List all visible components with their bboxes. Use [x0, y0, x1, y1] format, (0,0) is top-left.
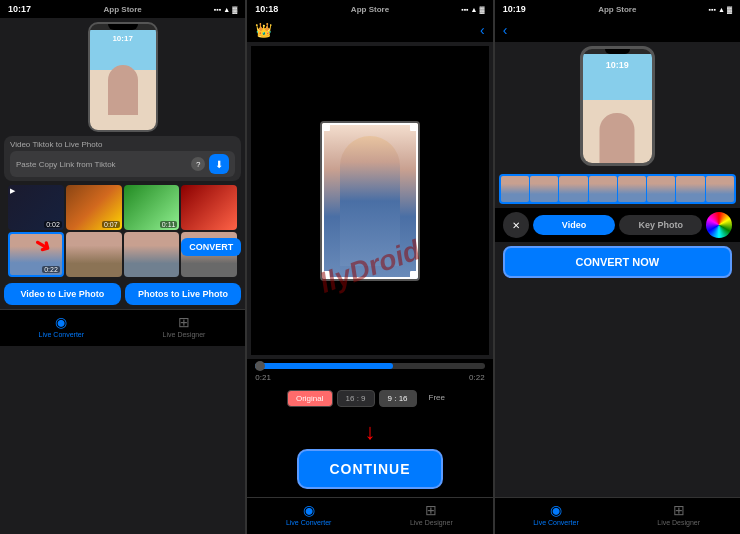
live-converter-icon-3: ◉ — [550, 502, 562, 518]
ratio-original[interactable]: Original — [287, 390, 333, 407]
bottom-buttons-area: Video to Live Photo Photos to Live Photo — [4, 283, 241, 305]
video-icon-1: ▶ — [10, 187, 15, 195]
timeline-area: 0:21 0:22 — [247, 359, 492, 386]
status-bar-2: 10:18 App Store ▪▪▪ ▲ ▓ — [247, 0, 492, 18]
form-input-row[interactable]: Paste Copy Link from Tiktok ? ⬇ — [10, 151, 235, 177]
film-frame-7 — [676, 176, 704, 202]
video-frame — [320, 121, 420, 281]
app-store-1: App Store — [104, 5, 142, 14]
back-button-2[interactable]: ‹ — [480, 22, 485, 38]
video-to-live-button[interactable]: Video to Live Photo — [4, 283, 121, 305]
tab-live-designer-2[interactable]: ⊞ Live Designer — [370, 502, 493, 526]
tab-bar-3: ◉ Live Converter ⊞ Live Designer — [495, 497, 740, 534]
corner-tr — [410, 123, 418, 131]
tab-bar-2: ◉ Live Converter ⊞ Live Designer — [247, 497, 492, 534]
live-converter-icon-1: ◉ — [55, 314, 67, 330]
live-designer-icon-2: ⊞ — [425, 502, 437, 518]
video-preview-area — [251, 46, 488, 355]
app-store-3: App Store — [598, 5, 636, 14]
duration-1: 0:02 — [44, 221, 62, 228]
thumbnail-6[interactable] — [66, 232, 122, 277]
ratio-options: Original 16 : 9 9 : 16 Free — [247, 386, 492, 411]
video-person — [340, 136, 400, 266]
corner-tl — [322, 123, 330, 131]
film-frame-5 — [618, 176, 646, 202]
live-designer-label-1: Live Designer — [163, 331, 206, 338]
film-frame-3 — [559, 176, 587, 202]
thumbnail-2[interactable]: 0:07 — [66, 185, 122, 230]
phone-screen-1: 10:17 — [90, 30, 156, 130]
tab-video-3[interactable]: Video — [533, 215, 616, 235]
live-designer-icon-3: ⊞ — [673, 502, 685, 518]
photos-to-live-button[interactable]: Photos to Live Photo — [125, 283, 242, 305]
convert-button[interactable]: CONVERT — [181, 238, 241, 256]
timeline-progress — [255, 363, 393, 369]
live-converter-label-1: Live Converter — [39, 331, 85, 338]
status-icons-3: ▪▪▪ ▲ ▓ — [708, 6, 732, 13]
wifi-icon-3: ▲ — [718, 6, 725, 13]
thumbnail-7[interactable] — [124, 232, 180, 277]
tab-live-designer-1[interactable]: ⊞ Live Designer — [123, 314, 246, 338]
timeline-dot[interactable] — [255, 361, 265, 371]
live-converter-label-3: Live Converter — [533, 519, 579, 526]
filmstrip[interactable] — [499, 174, 736, 204]
panel3-tabs: ✕ Video Key Photo — [495, 208, 740, 242]
tab-live-converter-1[interactable]: ◉ Live Converter — [0, 314, 123, 338]
continue-button[interactable]: CONTINUE — [297, 449, 442, 489]
duration-3: 0:11 — [160, 221, 178, 228]
tab-live-converter-2[interactable]: ◉ Live Converter — [247, 502, 370, 526]
ratio-9-16[interactable]: 9 : 16 — [379, 390, 417, 407]
status-icons-1: ▪▪▪ ▲ ▓ — [214, 6, 238, 13]
tab-live-converter-3[interactable]: ◉ Live Converter — [495, 502, 618, 526]
panel-1: 10:17 App Store ▪▪▪ ▲ ▓ 10:17 — [0, 0, 246, 534]
timeline-end: 0:22 — [469, 373, 485, 382]
wifi-icon: ▲ — [223, 6, 230, 13]
battery-icon-2: ▓ — [480, 6, 485, 13]
time-1: 10:17 — [8, 4, 31, 14]
phone-screen-3: 10:19 — [583, 54, 652, 166]
film-frame-8 — [706, 176, 734, 202]
convert-now-button[interactable]: CONVERT NOW — [503, 246, 732, 278]
live-designer-label-3: Live Designer — [657, 519, 700, 526]
timeline-start: 0:21 — [255, 373, 271, 382]
status-bar-3: 10:19 App Store ▪▪▪ ▲ ▓ — [495, 0, 740, 18]
thumbnails-area: ▶ 0:02 0:07 0:11 0:22 — [4, 183, 241, 279]
phone-mockup-1: 10:17 — [88, 22, 158, 132]
help-button[interactable]: ? — [191, 157, 205, 171]
battery-icon: ▓ — [232, 6, 237, 13]
form-label: Video Tiktok to Live Photo — [10, 140, 235, 149]
download-button[interactable]: ⬇ — [209, 154, 229, 174]
crown-icon: 👑 — [255, 22, 272, 38]
panel2-header: 👑 ‹ — [247, 18, 492, 42]
close-button-3[interactable]: ✕ — [503, 212, 529, 238]
status-icons-2: ▪▪▪ ▲ ▓ — [461, 6, 485, 13]
paste-link-input[interactable]: Paste Copy Link from Tiktok — [16, 160, 187, 169]
thumbnail-4[interactable] — [181, 185, 237, 230]
film-frame-6 — [647, 176, 675, 202]
phone-figure-1 — [108, 65, 138, 115]
status-bar-1: 10:17 App Store ▪▪▪ ▲ ▓ — [0, 0, 245, 18]
timeline-bar[interactable] — [255, 363, 484, 369]
tab-live-designer-3[interactable]: ⊞ Live Designer — [617, 502, 740, 526]
corner-br — [410, 271, 418, 279]
signal-icon-3: ▪▪▪ — [708, 6, 715, 13]
phone-preview-1: 10:17 — [0, 18, 245, 134]
battery-icon-3: ▓ — [727, 6, 732, 13]
film-frame-4 — [589, 176, 617, 202]
ratio-free[interactable]: Free — [421, 390, 453, 407]
tab-key-photo-3[interactable]: Key Photo — [619, 215, 702, 235]
ratio-16-9[interactable]: 16 : 9 — [337, 390, 375, 407]
timeline-labels: 0:21 0:22 — [255, 373, 484, 382]
back-button-3[interactable]: ‹ — [503, 22, 508, 38]
panel-2: 10:18 App Store ▪▪▪ ▲ ▓ 👑 ‹ — [247, 0, 493, 534]
panel3-header: ‹ — [495, 18, 740, 42]
time-3: 10:19 — [503, 4, 526, 14]
red-arrow-down: ↓ — [364, 419, 375, 445]
panel-3: 10:19 App Store ▪▪▪ ▲ ▓ ‹ 10:19 — [495, 0, 740, 534]
thumbnail-3[interactable]: 0:11 — [124, 185, 180, 230]
phone-preview-3: 10:19 — [495, 42, 740, 170]
continue-area: ↓ CONTINUE — [247, 411, 492, 497]
color-picker-button[interactable] — [706, 212, 732, 238]
thumbnail-1[interactable]: ▶ 0:02 — [8, 185, 64, 230]
phone-time-1: 10:17 — [112, 34, 132, 43]
